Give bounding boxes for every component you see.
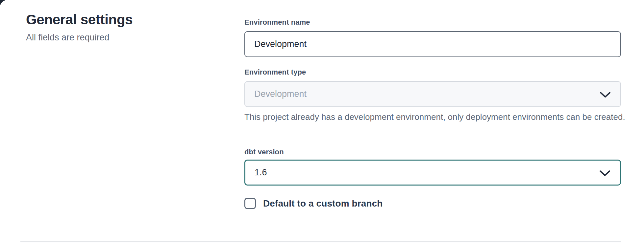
environment-type-help: This project already has a development e…: [244, 110, 626, 123]
custom-branch-label[interactable]: Default to a custom branch: [263, 198, 383, 209]
custom-branch-row[interactable]: Default to a custom branch: [244, 198, 383, 209]
page-title: General settings: [26, 11, 133, 29]
chevron-down-icon: [599, 91, 611, 99]
environment-type-select: Development: [244, 81, 621, 107]
section-subtitle: All fields are required: [26, 32, 133, 43]
custom-branch-checkbox[interactable]: [244, 198, 256, 209]
chevron-down-icon: [599, 170, 611, 177]
environment-type-label: Environment type: [244, 68, 306, 77]
dbt-version-label: dbt version: [244, 148, 284, 156]
general-settings-card: General settings All fields are required…: [0, 0, 644, 243]
dbt-version-select[interactable]: 1.6: [244, 160, 621, 186]
section-header: General settings All fields are required: [26, 11, 133, 43]
environment-name-label: Environment name: [244, 18, 310, 27]
environment-type-value: Development: [254, 89, 307, 99]
environment-name-input[interactable]: [244, 31, 621, 57]
section-divider: [20, 241, 621, 242]
dbt-version-value: 1.6: [255, 167, 267, 178]
